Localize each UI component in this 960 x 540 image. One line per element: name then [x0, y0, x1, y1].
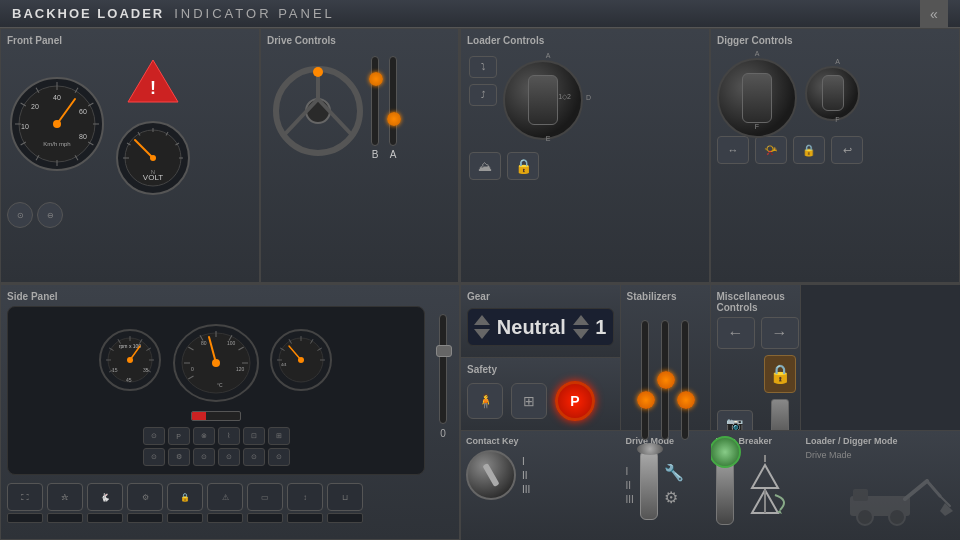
safety-icon-seatbelt[interactable]: ⊞ — [511, 383, 547, 419]
misc-lock: 🔒 — [764, 355, 796, 393]
switch-5[interactable]: 🔒 — [167, 483, 203, 523]
main-breaker-panel: Main Breaker — [711, 430, 801, 540]
warning-triangle: ! — [123, 50, 183, 110]
loader-controls-panel: Loader Controls ⤵ ⤴ A D E 1◇2 — [460, 28, 710, 283]
front-icon-1[interactable]: ⊙ — [7, 202, 33, 228]
switch-1[interactable]: ⛶ — [7, 483, 43, 523]
side-panel: Side Panel rpm x 100 — [0, 284, 460, 540]
app-title: BACKHOE LOADER — [12, 6, 164, 21]
svg-point-59 — [127, 357, 133, 363]
switch-9[interactable]: ⊔ — [327, 483, 363, 523]
stab-slider-2[interactable] — [661, 320, 669, 440]
side-panel-label: Side Panel — [7, 291, 453, 302]
digger-icon-1[interactable]: ↔ — [717, 136, 749, 164]
speedometer: 40 60 10 80 20 Km/h mph — [7, 74, 107, 174]
svg-text:45: 45 — [126, 377, 132, 383]
contact-key-knob[interactable] — [466, 450, 516, 500]
loader-ctrl-icon-1[interactable]: ⤵ — [469, 56, 497, 78]
dash-btn-8[interactable]: ⚙ — [168, 448, 190, 466]
parking-button[interactable]: P — [555, 381, 595, 421]
front-panel: Front Panel — [0, 28, 260, 283]
loader-ctrl-icon-2[interactable]: ⤴ — [469, 84, 497, 106]
svg-text:N: N — [151, 169, 155, 175]
svg-text:15: 15 — [112, 367, 118, 373]
digger-icon-4[interactable]: ↩ — [831, 136, 863, 164]
svg-text:80: 80 — [201, 340, 207, 346]
gear-display: Neutral 1 — [467, 308, 614, 346]
dash-btn-7[interactable]: ⊙ — [143, 448, 165, 466]
dash-btn-5[interactable]: ⊡ — [243, 427, 265, 445]
svg-text:0: 0 — [191, 366, 194, 372]
gear-down-arrow[interactable] — [474, 329, 490, 339]
switch-4[interactable]: ⚙ — [127, 483, 163, 523]
gear-num-down-arrow[interactable] — [573, 329, 589, 339]
svg-text:20: 20 — [31, 103, 39, 110]
dash-btn-9[interactable]: ⊙ — [193, 448, 215, 466]
dash-btn-3[interactable]: ⊗ — [193, 427, 215, 445]
loader-controls-label: Loader Controls — [467, 35, 703, 46]
stab-slider-1[interactable] — [641, 320, 649, 440]
loader-digger-panel-label: Loader / Digger Mode — [806, 436, 956, 446]
loader-digger-panel: Loader / Digger Mode — [801, 430, 961, 540]
switch-3[interactable]: 🐇 — [87, 483, 123, 523]
misc-left-arrow[interactable]: ← — [717, 317, 755, 349]
front-panel-label: Front Panel — [7, 35, 253, 46]
main-breaker-lever[interactable] — [716, 450, 734, 525]
stab-slider-3[interactable] — [681, 320, 689, 440]
digger-joystick-secondary[interactable]: A F — [805, 58, 870, 123]
gear-value: Neutral — [497, 316, 566, 339]
stabilizers-label: Stabilizers — [627, 291, 704, 302]
svg-text:40: 40 — [53, 94, 61, 101]
svg-point-88 — [298, 357, 304, 363]
safety-panel: Safety 🧍 ⊞ P — [461, 358, 621, 431]
digger-icon-3[interactable]: 🔒 — [793, 136, 825, 164]
stabilizers-panel: Stabilizers — [621, 285, 711, 430]
digger-joystick-main[interactable]: A F — [717, 50, 797, 130]
app-subtitle: INDICATOR PANEL — [174, 6, 335, 21]
dash-btn-12[interactable]: ⊙ — [268, 448, 290, 466]
svg-marker-89 — [752, 465, 778, 488]
side-slider-value: 0 — [440, 428, 446, 439]
slider-a[interactable]: A — [389, 56, 397, 166]
gear-panel: Gear Neutral 1 — [461, 285, 621, 358]
side-panel-slider[interactable]: 0 — [433, 306, 453, 446]
svg-text:60: 60 — [79, 108, 87, 115]
svg-line-98 — [905, 481, 927, 499]
dash-btn-2[interactable]: P — [168, 427, 190, 445]
header: BACKHOE LOADER INDICATOR PANEL « — [0, 0, 960, 28]
slider-b[interactable]: B — [371, 56, 379, 166]
gear-number: 1 — [595, 316, 606, 339]
svg-text:35: 35 — [143, 367, 149, 373]
drive-controls-label: Drive Controls — [267, 35, 452, 46]
svg-text:80: 80 — [79, 133, 87, 140]
loader-joystick[interactable]: A D E 1◇2 — [503, 52, 593, 142]
switch-7[interactable]: ▭ — [247, 483, 283, 523]
svg-text:100: 100 — [227, 340, 236, 346]
dash-btn-4[interactable]: ⌇ — [218, 427, 240, 445]
digger-icon-2[interactable]: 📯 — [755, 136, 787, 164]
gear-num-up-arrow[interactable] — [573, 315, 589, 325]
gear-up-arrow[interactable] — [474, 315, 490, 325]
misc-right-arrow[interactable]: → — [761, 317, 799, 349]
safety-icon-belt[interactable]: 🧍 — [467, 383, 503, 419]
collapse-button[interactable]: « — [920, 0, 948, 28]
battery-bar — [191, 411, 241, 421]
svg-point-38 — [306, 99, 330, 123]
dash-btn-6[interactable]: ⊞ — [268, 427, 290, 445]
svg-point-76 — [212, 359, 220, 367]
loader-bottom-icon-1[interactable]: ⛰ — [469, 152, 501, 180]
drive-mode-panel: Drive Mode IIIIII 🔧⚙ — [621, 430, 711, 540]
svg-text:!: ! — [150, 78, 156, 98]
dash-btn-1[interactable]: ⊙ — [143, 427, 165, 445]
steering-wheel[interactable] — [273, 66, 363, 156]
dash-btn-10[interactable]: ⊙ — [218, 448, 240, 466]
switch-6[interactable]: ⚠ — [207, 483, 243, 523]
front-icon-2[interactable]: ⊖ — [37, 202, 63, 228]
misc-label: Miscellaneous Controls — [717, 291, 794, 313]
loader-bottom-icon-2[interactable]: 🔒 — [507, 152, 539, 180]
drive-mode-lever[interactable] — [640, 450, 658, 520]
switch-8[interactable]: ↕ — [287, 483, 323, 523]
dash-btn-11[interactable]: ⊙ — [243, 448, 265, 466]
voltmeter: VOLT — [113, 118, 193, 198]
switch-2[interactable]: ⛤ — [47, 483, 83, 523]
